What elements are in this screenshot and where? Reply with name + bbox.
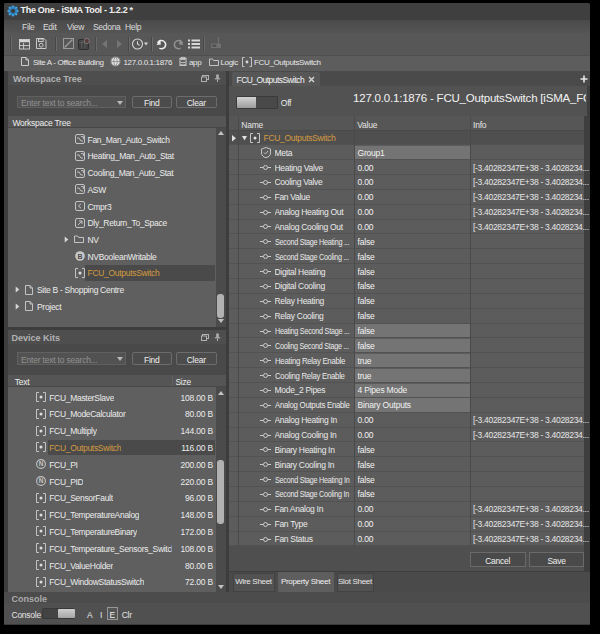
svg-text:B: B bbox=[77, 253, 82, 260]
svg-text:N: N bbox=[39, 477, 44, 484]
svg-text:N: N bbox=[39, 461, 44, 468]
